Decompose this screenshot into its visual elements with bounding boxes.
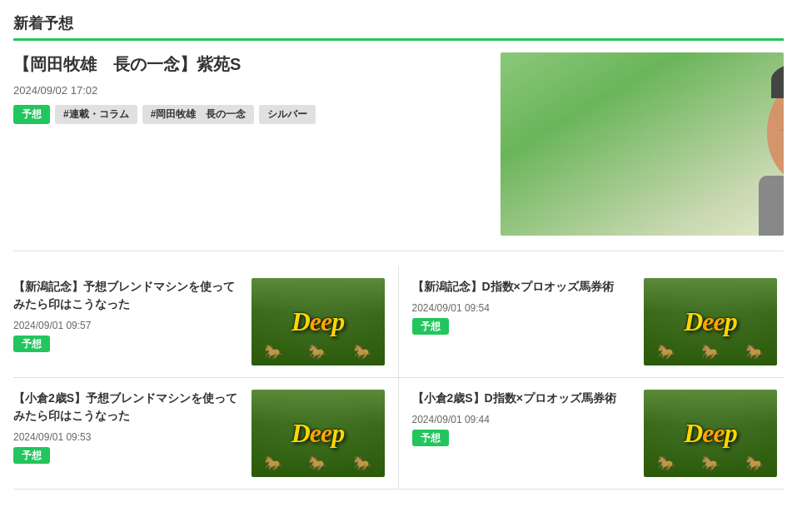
horse-icon: 🐎 (264, 455, 282, 473)
card-3[interactable]: 【小倉2歳S】予想ブレンドマシンを使ってみたら印はこうなった 2024/09/0… (13, 378, 399, 490)
card-2-deep-bg: Deep 🐎 🐎 🐎 (644, 278, 777, 365)
card-1-title: 【新潟記念】予想ブレンドマシンを使ってみたら印はこうなった (13, 278, 243, 313)
card-2-deep-logo: Deep (684, 306, 737, 337)
card-1-deep-logo: Deep (291, 306, 345, 337)
tag-okada[interactable]: #岡田牧雄 長の一念 (142, 105, 255, 124)
card-4-title: 【小倉2歳S】D指数×プロオッズ馬券術 (412, 390, 636, 407)
featured-image (501, 52, 784, 236)
card-2-horses: 🐎 🐎 🐎 (644, 343, 777, 361)
bg-gradient (501, 52, 784, 236)
horse-icon: 🐎 (308, 455, 326, 473)
card-1-image: Deep 🐎 🐎 🐎 (252, 278, 385, 365)
card-2-title: 【新潟記念】D指数×プロオッズ馬券術 (412, 278, 636, 296)
card-3-deep-bg: Deep 🐎 🐎 🐎 (252, 390, 385, 477)
card-4-horses: 🐎 🐎 🐎 (644, 455, 777, 473)
card-2[interactable]: 【新潟記念】D指数×プロオッズ馬券術 2024/09/01 09:54 予想 D… (399, 266, 785, 378)
card-3-deep-logo: Deep (291, 418, 345, 449)
card-1-content: 【新潟記念】予想ブレンドマシンを使ってみたら印はこうなった 2024/09/01… (13, 278, 243, 365)
horse-icon: 🐎 (657, 343, 675, 361)
card-4[interactable]: 【小倉2歳S】D指数×プロオッズ馬券術 2024/09/01 09:44 予想 … (399, 378, 785, 490)
tag-silver[interactable]: シルバー (259, 105, 316, 124)
card-1-tag[interactable]: 予想 (13, 336, 50, 352)
featured-date: 2024/09/02 17:02 (13, 84, 487, 97)
horse-icon: 🐎 (353, 455, 371, 473)
featured-content: 【岡田牧雄 長の一念】紫苑S 2024/09/02 17:02 予想 #連載・コ… (13, 52, 487, 236)
card-4-tag[interactable]: 予想 (412, 430, 449, 446)
card-4-image: Deep 🐎 🐎 🐎 (644, 390, 777, 477)
card-3-title: 【小倉2歳S】予想ブレンドマシンを使ってみたら印はこうなった (13, 390, 243, 425)
section-title: 新着予想 (13, 13, 784, 41)
tag-rensai[interactable]: #連載・コラム (55, 105, 137, 124)
card-3-content: 【小倉2歳S】予想ブレンドマシンを使ってみたら印はこうなった 2024/09/0… (13, 390, 243, 477)
card-4-deep-logo: Deep (684, 418, 737, 449)
card-4-date: 2024/09/01 09:44 (412, 414, 636, 425)
horse-icon: 🐎 (745, 455, 764, 473)
page-container: 新着予想 【岡田牧雄 長の一念】紫苑S 2024/09/02 17:02 予想 … (0, 0, 797, 503)
horse-icon: 🐎 (701, 455, 720, 473)
card-2-image: Deep 🐎 🐎 🐎 (644, 278, 777, 365)
card-2-tag[interactable]: 予想 (412, 318, 449, 335)
card-1-deep-bg: Deep 🐎 🐎 🐎 (252, 278, 385, 365)
card-4-deep-bg: Deep 🐎 🐎 🐎 (644, 390, 777, 477)
person-photo (501, 52, 784, 236)
card-3-tag[interactable]: 予想 (13, 447, 50, 464)
card-3-horses: 🐎 🐎 🐎 (252, 455, 385, 473)
featured-article[interactable]: 【岡田牧雄 長の一念】紫苑S 2024/09/02 17:02 予想 #連載・コ… (13, 52, 784, 251)
horse-icon: 🐎 (353, 343, 371, 361)
cheek-left (779, 129, 784, 132)
horse-icon: 🐎 (657, 455, 675, 473)
featured-title: 【岡田牧雄 長の一念】紫苑S (13, 52, 487, 76)
horse-icon: 🐎 (745, 343, 764, 361)
horse-icon: 🐎 (701, 343, 720, 361)
card-3-image: Deep 🐎 🐎 🐎 (252, 390, 385, 477)
suit-body (759, 176, 784, 236)
card-1-date: 2024/09/01 09:57 (13, 320, 243, 331)
card-4-content: 【小倉2歳S】D指数×プロオッズ馬券術 2024/09/01 09:44 予想 (412, 390, 636, 477)
horse-icon: 🐎 (264, 343, 282, 361)
tag-yoso[interactable]: 予想 (13, 105, 50, 124)
cards-grid: 【新潟記念】予想ブレンドマシンを使ってみたら印はこうなった 2024/09/01… (13, 266, 784, 490)
card-3-date: 2024/09/01 09:53 (13, 431, 243, 443)
card-1[interactable]: 【新潟記念】予想ブレンドマシンを使ってみたら印はこうなった 2024/09/01… (13, 266, 399, 378)
card-2-content: 【新潟記念】D指数×プロオッズ馬券術 2024/09/01 09:54 予想 (412, 278, 636, 365)
card-2-date: 2024/09/01 09:54 (412, 302, 636, 314)
featured-tags: 予想 #連載・コラム #岡田牧雄 長の一念 シルバー (13, 105, 487, 124)
card-1-horses: 🐎 🐎 🐎 (252, 343, 385, 361)
horse-icon: 🐎 (308, 343, 326, 361)
